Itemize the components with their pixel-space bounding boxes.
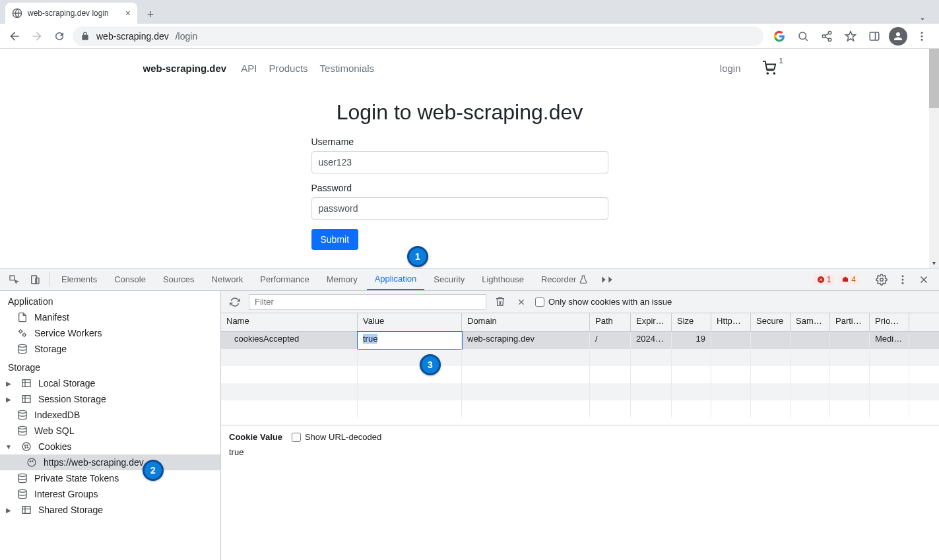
- cell-name[interactable]: cookiesAccepted: [221, 332, 358, 349]
- cell-priority[interactable]: Medi…: [870, 332, 909, 349]
- sidebar-item-service-workers[interactable]: Service Workers: [0, 325, 220, 341]
- delete-icon[interactable]: [514, 295, 529, 309]
- tab-recorder[interactable]: Recorder: [533, 268, 596, 290]
- username-input[interactable]: [311, 151, 608, 173]
- svg-rect-5: [870, 32, 879, 40]
- sidebar-item-indexeddb[interactable]: IndexedDB: [0, 407, 220, 423]
- site-brand[interactable]: web-scraping.dev: [143, 63, 227, 74]
- inspect-icon[interactable]: [4, 268, 24, 290]
- cell-partition[interactable]: [830, 332, 870, 349]
- cell-path[interactable]: /: [590, 332, 631, 349]
- svg-point-30: [25, 447, 26, 448]
- chevron-right-icon: ▶: [5, 396, 12, 403]
- cookie-row-empty[interactable]: [221, 349, 939, 366]
- back-button[interactable]: [5, 27, 24, 46]
- close-devtools-icon[interactable]: [915, 271, 932, 288]
- close-tab-icon[interactable]: ×: [125, 8, 131, 18]
- sidebar-item-cookies[interactable]: ▼ Cookies: [0, 439, 220, 454]
- sidepanel-icon[interactable]: [865, 27, 884, 46]
- zoom-icon[interactable]: [794, 27, 812, 46]
- tab-application[interactable]: Application: [367, 268, 425, 290]
- address-bar[interactable]: web-scraping.dev/login: [73, 26, 763, 46]
- col-partition[interactable]: Partiti…: [830, 313, 870, 331]
- col-samesite[interactable]: Same…: [791, 313, 830, 331]
- tab-security[interactable]: Security: [426, 268, 472, 290]
- scrollbar-thumb[interactable]: [929, 49, 939, 108]
- cell-secure[interactable]: [751, 332, 791, 349]
- svg-point-9: [767, 73, 768, 74]
- col-expires[interactable]: Expir…: [631, 313, 672, 331]
- sidebar-item-private-state-tokens[interactable]: Private State Tokens: [0, 470, 220, 486]
- tab-lighthouse[interactable]: Lighthouse: [474, 268, 532, 290]
- col-value[interactable]: Value: [358, 313, 462, 331]
- error-count-badge[interactable]: 1: [814, 274, 835, 285]
- sidebar-item-interest-groups[interactable]: Interest Groups: [0, 486, 220, 502]
- sidebar-item-storage[interactable]: Storage: [0, 341, 220, 357]
- page-scrollbar[interactable]: ▾: [929, 49, 939, 268]
- tab-sources[interactable]: Sources: [155, 268, 203, 290]
- forward-button[interactable]: [28, 27, 46, 46]
- chrome-menu-icon[interactable]: [913, 27, 931, 46]
- refresh-icon[interactable]: [228, 295, 242, 309]
- tab-performance[interactable]: Performance: [252, 268, 317, 290]
- col-size[interactable]: Size: [672, 313, 711, 331]
- cell-expires[interactable]: 2024-…: [631, 332, 672, 349]
- cell-size[interactable]: 19: [672, 332, 711, 349]
- issue-count-badge[interactable]: 4: [838, 274, 859, 285]
- sidebar-item-local-storage[interactable]: ▶ Local Storage: [0, 375, 220, 391]
- detail-value: true: [229, 447, 931, 457]
- tab-network[interactable]: Network: [204, 268, 251, 290]
- sidebar-item-cookie-origin[interactable]: https://web-scraping.dev: [0, 454, 220, 470]
- profile-avatar[interactable]: [889, 27, 907, 46]
- col-httponly[interactable]: Http…: [711, 313, 751, 331]
- col-priority[interactable]: Prio…: [870, 313, 909, 331]
- nav-testimonials[interactable]: Testimonials: [320, 63, 375, 74]
- cookie-row-empty[interactable]: [221, 383, 939, 400]
- browser-tab[interactable]: web-scraping.dev login ×: [5, 3, 137, 24]
- cell-samesite[interactable]: [791, 332, 830, 349]
- only-issues-checkbox[interactable]: Only show cookies with an issue: [535, 297, 672, 307]
- cookie-row-empty[interactable]: [221, 366, 939, 383]
- filter-input[interactable]: [249, 294, 486, 310]
- scroll-down-icon[interactable]: ▾: [929, 258, 939, 268]
- password-label: Password: [311, 183, 608, 193]
- reload-button[interactable]: [50, 27, 69, 46]
- settings-icon[interactable]: [873, 271, 890, 288]
- devtools-panel: Elements Console Sources Network Perform…: [0, 268, 939, 560]
- nav-login[interactable]: login: [720, 63, 741, 74]
- tab-console[interactable]: Console: [106, 268, 154, 290]
- col-path[interactable]: Path: [590, 313, 631, 331]
- col-name[interactable]: Name: [221, 313, 358, 331]
- more-tabs-icon[interactable]: [597, 268, 617, 290]
- tab-overflow-icon[interactable]: [911, 15, 934, 24]
- detail-title: Cookie Value: [229, 432, 282, 442]
- sidebar-item-shared-storage[interactable]: ▶ Shared Storage: [0, 502, 220, 518]
- new-tab-button[interactable]: +: [141, 5, 160, 24]
- password-input[interactable]: [311, 197, 608, 220]
- col-domain[interactable]: Domain: [462, 313, 590, 331]
- show-decoded-checkbox[interactable]: Show URL-decoded: [292, 432, 381, 442]
- lock-icon: [81, 32, 90, 41]
- cart-icon[interactable]: 1: [762, 61, 777, 75]
- devtools-menu-icon[interactable]: [894, 271, 911, 288]
- tab-elements[interactable]: Elements: [53, 268, 105, 290]
- share-icon[interactable]: [818, 27, 836, 46]
- cell-httponly[interactable]: [711, 332, 751, 349]
- google-icon[interactable]: [770, 27, 789, 46]
- nav-api[interactable]: API: [241, 63, 257, 74]
- nav-products[interactable]: Products: [269, 63, 308, 74]
- cookie-row-empty[interactable]: [221, 400, 939, 418]
- sidebar-item-manifest[interactable]: Manifest: [0, 309, 220, 325]
- cell-domain[interactable]: web-scraping.dev: [462, 332, 590, 349]
- bookmark-icon[interactable]: [841, 27, 860, 46]
- cell-value[interactable]: true: [358, 332, 462, 349]
- col-secure[interactable]: Secure: [751, 313, 791, 331]
- clear-filter-icon[interactable]: [493, 295, 507, 309]
- tab-memory[interactable]: Memory: [319, 268, 366, 290]
- device-toggle-icon[interactable]: [25, 268, 45, 290]
- submit-button[interactable]: Submit: [311, 229, 359, 250]
- cookie-row[interactable]: cookiesAccepted true web-scraping.dev / …: [221, 332, 939, 349]
- sidebar-item-websql[interactable]: Web SQL: [0, 423, 220, 439]
- cookie-table-header: Name Value Domain Path Expir… Size Http……: [221, 313, 939, 332]
- sidebar-item-session-storage[interactable]: ▶ Session Storage: [0, 391, 220, 407]
